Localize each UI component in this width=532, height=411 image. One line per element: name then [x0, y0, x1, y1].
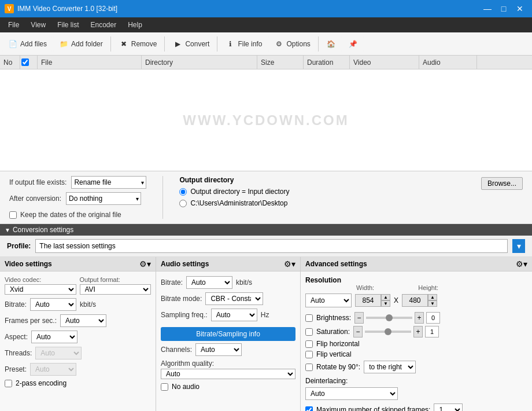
fps-select[interactable]: Auto [60, 314, 106, 327]
bottom-panels: Video settings ⚙▾ Video codec: Xvid Outp… [0, 257, 532, 411]
settings-divider [162, 176, 163, 219]
app-icon: V [5, 4, 14, 13]
menu-filelist[interactable]: File list [51, 19, 84, 31]
brightness-plus[interactable]: + [415, 312, 424, 324]
rotate-direction-select[interactable]: to the right to the left [364, 361, 416, 373]
flip-h-checkbox[interactable] [305, 340, 313, 348]
saturation-minus[interactable]: − [353, 326, 363, 337]
profile-dropdown-button[interactable]: ▾ [512, 239, 525, 253]
add-files-label: Add files [20, 40, 47, 48]
file-info-button[interactable]: ℹ File info [220, 36, 267, 52]
codec-select[interactable]: Xvid [5, 284, 76, 295]
width-spin-up[interactable]: ▲ [381, 294, 390, 300]
home-button[interactable]: 🏠 [321, 36, 342, 52]
codec-label: Video codec: [5, 276, 76, 283]
max-skip-checkbox[interactable] [305, 406, 313, 412]
audio-bitrate-select[interactable]: Auto [186, 276, 232, 289]
flip-h-label: Flip horizontal [316, 340, 360, 348]
add-folder-label: Add folder [71, 40, 103, 48]
options-button[interactable]: ⚙ Options [268, 36, 315, 52]
fps-row: Frames per sec.: Auto [5, 314, 151, 327]
video-gear-button[interactable]: ⚙▾ [139, 259, 151, 269]
remove-button[interactable]: ✖ Remove [113, 36, 162, 52]
format-select[interactable]: AVI [80, 284, 152, 295]
saturation-checkbox[interactable] [305, 328, 313, 336]
bitrate-mode-label: Bitrate mode: [161, 295, 202, 303]
profile-row: Profile: ▾ [0, 236, 532, 257]
height-input[interactable] [402, 294, 428, 307]
bitrate-mode-select[interactable]: CBR - Constant [205, 292, 263, 305]
threads-select[interactable]: Auto [35, 347, 82, 359]
after-conversion-select[interactable]: Do nothing Shutdown Hibernate [66, 192, 141, 205]
brightness-slider[interactable] [366, 317, 412, 319]
output-exists-select[interactable]: Rename file Overwrite Skip [71, 176, 146, 189]
saturation-label: Saturation: [316, 328, 350, 336]
adv-gear-button[interactable]: ⚙▾ [516, 259, 527, 269]
output-dir-title: Output directory [179, 176, 523, 184]
bitrate-info-button[interactable]: Bitrate/Sampling info [161, 327, 295, 341]
bitrate-mode-row: Bitrate mode: CBR - Constant [161, 292, 295, 305]
col-size: Size [257, 56, 304, 69]
no-audio-label: No audio [172, 383, 200, 391]
adv-panel-title: Advanced settings [305, 260, 367, 268]
collapse-icon: ▼ [5, 227, 10, 233]
convert-button[interactable]: ▶ Convert [167, 36, 215, 52]
output-option-1-label: Output directory = Input diectory [190, 188, 289, 196]
rotate-checkbox[interactable] [305, 364, 313, 371]
threads-row: Threads: Auto [5, 347, 151, 359]
file-list-body: WWW.YCDOWN.COM [0, 69, 532, 171]
brightness-checkbox[interactable] [305, 314, 313, 322]
width-spin-down[interactable]: ▼ [381, 300, 390, 307]
output-radio-2[interactable] [179, 200, 187, 207]
max-skip-select[interactable]: 1 2 5 [434, 403, 463, 411]
menu-help[interactable]: Help [122, 19, 148, 31]
menu-file[interactable]: File [2, 19, 25, 31]
add-files-button[interactable]: 📄 Add files [2, 36, 52, 52]
sampling-select[interactable]: Auto [211, 309, 257, 321]
flip-v-checkbox[interactable] [305, 351, 313, 358]
aspect-select[interactable]: Auto [31, 331, 77, 343]
deinterlacing-select[interactable]: Auto [305, 387, 398, 400]
output-exists-label: If output file exists: [9, 178, 66, 186]
width-input[interactable] [355, 294, 381, 307]
file-info-label: File info [238, 40, 262, 48]
toolbar-separator-2 [164, 36, 165, 52]
add-folder-button[interactable]: 📁 Add folder [53, 36, 108, 52]
resolution-select[interactable]: Auto [305, 293, 352, 307]
channels-select[interactable]: Auto [195, 343, 242, 356]
keep-dates-label: Keep the dates of the original file [20, 211, 121, 219]
keep-dates-checkbox[interactable] [9, 211, 17, 219]
after-conversion-select-wrapper: Do nothing Shutdown Hibernate [66, 192, 141, 205]
add-files-icon: 📄 [8, 39, 18, 49]
toolbar: 📄 Add files 📁 Add folder ✖ Remove ▶ Conv… [0, 32, 532, 56]
saturation-plus[interactable]: + [413, 326, 423, 337]
file-info-icon: ℹ [225, 39, 235, 49]
maximize-button[interactable]: □ [496, 3, 511, 14]
resolution-labels-row: Width: Height: [305, 284, 527, 291]
minimize-button[interactable]: — [480, 3, 495, 14]
output-radio-1[interactable] [179, 188, 187, 196]
browse-button[interactable]: Browse... [481, 177, 523, 190]
bitrate-select[interactable]: Auto [30, 298, 76, 311]
output-radio-1-row: Output directory = Input diectory [179, 188, 523, 196]
pin-button[interactable]: 📌 [343, 36, 364, 52]
audio-panel: Audio settings ⚙▾ Bitrate: Auto kbit/s B… [156, 257, 301, 411]
select-all-checkbox[interactable] [21, 58, 29, 66]
height-label: Height: [418, 284, 438, 291]
brightness-slider-row: − + 0 [354, 312, 440, 324]
menu-view[interactable]: View [25, 19, 51, 31]
preset-select[interactable]: Auto [30, 363, 76, 376]
after-conversion-field: After conversion: Do nothing Shutdown Hi… [9, 192, 146, 205]
height-spin-down[interactable]: ▼ [428, 300, 437, 307]
audio-gear-button[interactable]: ⚙▾ [284, 259, 295, 269]
close-button[interactable]: ✕ [512, 3, 527, 14]
brightness-minus[interactable]: − [354, 312, 364, 324]
profile-input[interactable] [35, 239, 508, 253]
saturation-slider[interactable] [365, 331, 411, 333]
width-spinbox: ▲ ▼ [355, 294, 390, 307]
menu-encoder[interactable]: Encoder [84, 19, 122, 31]
twopass-checkbox[interactable] [5, 380, 12, 387]
height-spin-up[interactable]: ▲ [428, 294, 437, 300]
quality-select[interactable]: Auto [161, 369, 295, 379]
no-audio-checkbox[interactable] [161, 383, 168, 391]
